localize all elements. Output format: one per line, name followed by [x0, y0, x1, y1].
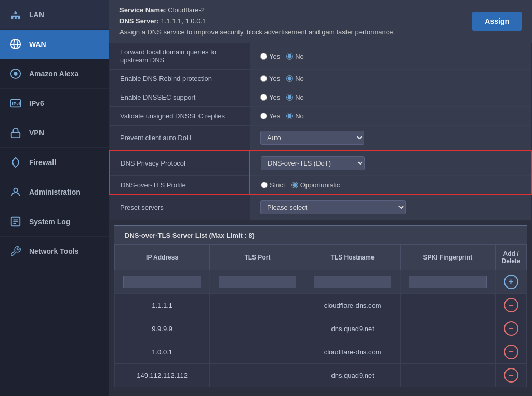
dns-row-4-spki — [400, 364, 495, 387]
forward-local-no-radio[interactable] — [286, 53, 293, 60]
svg-point-14 — [14, 188, 17, 192]
dns-row-3-port — [210, 340, 305, 364]
dns-row-4-ip: 149.112.112.112 — [115, 364, 210, 387]
svg-point-10 — [14, 72, 17, 75]
sidebar-item-ipv6-label: IPv6 — [29, 99, 44, 107]
dnssec-support-row: Enable DNSSEC support Yes No — [110, 88, 531, 107]
dns-rebind-yes-radio[interactable] — [260, 75, 267, 82]
ipv6-icon: IPv6 — [8, 96, 23, 111]
sidebar-item-administration[interactable]: Administration — [0, 177, 109, 207]
prevent-doh-row: Prevent client auto DoH Auto Yes No — [110, 126, 531, 151]
lan-icon — [8, 7, 23, 22]
sidebar-item-firewall-label: Firewall — [29, 158, 56, 167]
dns-service-info-bar: Service Name: Cloudflare-2 DNS Server: 1… — [109, 0, 532, 43]
sidebar-item-vpn[interactable]: VPN — [0, 118, 109, 148]
dot-profile-radio-group: Strict Opportunistic — [261, 181, 521, 189]
sidebar-item-wan[interactable]: WAN — [0, 30, 109, 59]
dns-row-1: 1.1.1.1 cloudflare-dns.com − — [115, 294, 527, 317]
ip-input-cell — [115, 270, 210, 294]
sidebar-item-administration-label: Administration — [29, 188, 81, 196]
preset-servers-row: Preset servers Please select Cloudflare … — [110, 195, 531, 220]
sidebar: LAN WAN Amazon Alexa IPv6 IPv6 VPN Firew… — [0, 0, 109, 396]
dns-rebind-yes-label[interactable]: Yes — [260, 75, 280, 83]
ip-address-input[interactable] — [123, 276, 201, 288]
validate-dnssec-control: Yes No — [250, 107, 531, 126]
dns-row-1-hostname: cloudflare-dns.com — [305, 294, 400, 317]
vpn-icon — [8, 126, 23, 140]
dns-table-section: DNS-over-TLS Server List (Max Limit : 8)… — [109, 220, 532, 392]
dns-privacy-select[interactable]: DNS-over-TLS (DoT) DNS-over-HTTPS (DoH) … — [261, 156, 365, 170]
sidebar-item-vpn-label: VPN — [29, 129, 44, 137]
remove-dns-row-3-button[interactable]: − — [504, 345, 518, 359]
dot-strict-radio[interactable] — [261, 182, 268, 188]
spki-fingerprint-input[interactable] — [409, 276, 487, 288]
prevent-doh-select[interactable]: Auto Yes No — [260, 131, 364, 145]
dns-service-description: Assign a DNS service to improve security… — [119, 27, 395, 38]
wan-icon — [8, 37, 23, 51]
settings-table: Forward local domain queries to upstream… — [109, 43, 532, 220]
forward-local-row: Forward local domain queries to upstream… — [110, 43, 531, 70]
forward-local-yes-label[interactable]: Yes — [260, 52, 280, 60]
remove-dns-row-4-button[interactable]: − — [504, 368, 518, 383]
validate-dnssec-no-radio[interactable] — [286, 113, 293, 119]
remove-dns-row-1-button[interactable]: − — [504, 298, 518, 312]
dns-row-1-port — [210, 294, 305, 317]
sidebar-item-ipv6[interactable]: IPv6 IPv6 — [0, 89, 109, 118]
svg-rect-3 — [11, 17, 14, 19]
admin-icon — [8, 185, 23, 199]
dnssec-no-label[interactable]: No — [286, 93, 304, 101]
dns-row-2-hostname: dns.quad9.net — [305, 317, 400, 340]
preset-servers-select[interactable]: Please select Cloudflare Google Quad9 — [260, 200, 406, 214]
dnssec-yes-label[interactable]: Yes — [260, 93, 280, 101]
dns-input-row: + — [115, 270, 527, 294]
dns-row-2-spki — [400, 317, 495, 340]
dns-row-3-ip: 1.0.0.1 — [115, 340, 210, 364]
sidebar-item-firewall[interactable]: Firewall — [0, 148, 109, 177]
sidebar-item-lan[interactable]: LAN — [0, 0, 109, 30]
remove-dns-row-2-button[interactable]: − — [504, 321, 518, 336]
tls-hostname-input[interactable] — [314, 276, 392, 288]
dns-rebind-no-radio[interactable] — [286, 75, 293, 82]
dns-row-2-ip: 9.9.9.9 — [115, 317, 210, 340]
prevent-doh-label: Prevent client auto DoH — [110, 126, 250, 151]
sidebar-item-system-log-label: System Log — [29, 217, 70, 226]
sidebar-item-amazon-alexa[interactable]: Amazon Alexa — [0, 59, 109, 89]
dns-service-text: Service Name: Cloudflare-2 DNS Server: 1… — [119, 5, 395, 37]
dns-server-table: IP Address TLS Port TLS Hostname SPKI Fi… — [114, 244, 527, 387]
dns-row-4-hostname: dns.quad9.net — [305, 364, 400, 387]
tools-icon — [8, 244, 23, 258]
dnssec-no-radio[interactable] — [286, 94, 293, 101]
preset-servers-control: Please select Cloudflare Google Quad9 — [250, 195, 531, 220]
forward-local-control: Yes No — [250, 43, 531, 70]
validate-dnssec-label: Validate unsigned DNSSEC replies — [110, 107, 250, 126]
dnssec-yes-radio[interactable] — [260, 94, 267, 101]
port-input-cell — [210, 270, 305, 294]
hostname-input-cell — [305, 270, 400, 294]
sidebar-item-lan-label: LAN — [29, 10, 44, 19]
dns-rebind-no-label[interactable]: No — [286, 75, 304, 83]
dot-strict-label[interactable]: Strict — [261, 181, 285, 189]
dot-opportunistic-radio[interactable] — [291, 182, 298, 188]
svg-rect-0 — [11, 16, 20, 17]
dnssec-support-control: Yes No — [250, 88, 531, 107]
add-dns-row-button[interactable]: + — [504, 275, 518, 289]
svg-rect-13 — [11, 132, 20, 138]
tls-port-input[interactable] — [219, 276, 297, 288]
sidebar-item-network-tools-label: Network Tools — [29, 247, 78, 255]
svg-text:IPv6: IPv6 — [12, 102, 21, 106]
firewall-icon — [8, 155, 23, 170]
dot-opportunistic-label[interactable]: Opportunistic — [291, 181, 340, 189]
forward-local-yes-radio[interactable] — [260, 53, 267, 60]
main-content: Service Name: Cloudflare-2 DNS Server: 1… — [109, 0, 532, 396]
validate-dnssec-yes-radio[interactable] — [260, 113, 267, 119]
forward-local-no-label[interactable]: No — [286, 52, 304, 60]
validate-dnssec-yes-label[interactable]: Yes — [260, 112, 280, 120]
dns-rebind-row: Enable DNS Rebind protection Yes No — [110, 70, 531, 88]
dns-row-4: 149.112.112.112 dns.quad9.net − — [115, 364, 527, 387]
dns-row-2-port — [210, 317, 305, 340]
sidebar-item-network-tools[interactable]: Network Tools — [0, 237, 109, 266]
validate-dnssec-no-label[interactable]: No — [286, 112, 304, 120]
svg-rect-2 — [15, 11, 16, 13]
assign-button[interactable]: Assign — [472, 12, 522, 31]
sidebar-item-system-log[interactable]: System Log — [0, 207, 109, 237]
